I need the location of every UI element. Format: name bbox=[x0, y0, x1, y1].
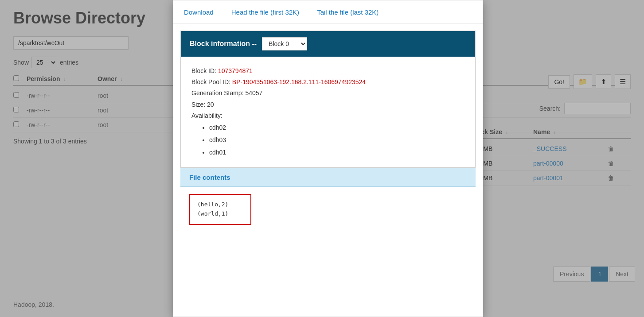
availability-list: cdh02 cdh03 cdh01 bbox=[209, 121, 464, 158]
file-content-line-1: (hello,2) bbox=[197, 200, 243, 209]
block-id-value: 1073794871 bbox=[218, 67, 253, 74]
file-content-box: (hello,2) (world,1) bbox=[189, 194, 251, 225]
block-info-body: Block ID: 1073794871 Block Pool ID: BP-1… bbox=[181, 57, 475, 167]
tail-file-link[interactable]: Tail the file (last 32K) bbox=[317, 8, 379, 16]
file-contents-section: File contents (hello,2) (world,1) bbox=[180, 168, 476, 232]
block-pool-id-row: Block Pool ID: BP-1904351063-192.168.2.1… bbox=[191, 77, 464, 88]
block-id-row: Block ID: 1073794871 bbox=[191, 66, 464, 77]
head-file-link[interactable]: Head the file (first 32K) bbox=[231, 8, 299, 16]
availability-label: Availability: bbox=[191, 112, 222, 119]
block-id-label: Block ID: bbox=[191, 67, 216, 74]
size-label: Size: bbox=[191, 101, 205, 108]
download-link[interactable]: Download bbox=[184, 8, 214, 16]
availability-node-2: cdh03 bbox=[209, 134, 464, 146]
generation-stamp-label: Generation Stamp: bbox=[191, 89, 244, 97]
block-info-section: Block information -- Block 0 Block 1 Blo… bbox=[180, 31, 476, 168]
availability-row: Availability: cdh02 cdh03 cdh01 bbox=[191, 110, 464, 158]
file-contents-body: (hello,2) (world,1) bbox=[180, 187, 476, 232]
generation-stamp-row: Generation Stamp: 54057 bbox=[191, 88, 464, 99]
block-pool-id-label: Block Pool ID: bbox=[191, 78, 230, 85]
block-select[interactable]: Block 0 Block 1 bbox=[262, 37, 307, 50]
modal-top-links: Download Head the file (first 32K) Tail … bbox=[173, 0, 483, 23]
file-contents-header: File contents bbox=[180, 168, 476, 187]
file-content-line-2: (world,1) bbox=[197, 209, 243, 219]
modal: Download Head the file (first 32K) Tail … bbox=[173, 0, 483, 317]
block-pool-id-value: BP-1904351063-192.168.2.111-160697492352… bbox=[232, 78, 366, 85]
block-info-header: Block information -- Block 0 Block 1 bbox=[181, 31, 475, 57]
availability-node-3: cdh01 bbox=[209, 146, 464, 158]
size-row: Size: 20 bbox=[191, 99, 464, 110]
size-value: 20 bbox=[207, 101, 214, 108]
generation-stamp-value: 54057 bbox=[245, 89, 262, 97]
block-info-label: Block information -- bbox=[190, 40, 257, 48]
availability-node-1: cdh02 bbox=[209, 121, 464, 134]
